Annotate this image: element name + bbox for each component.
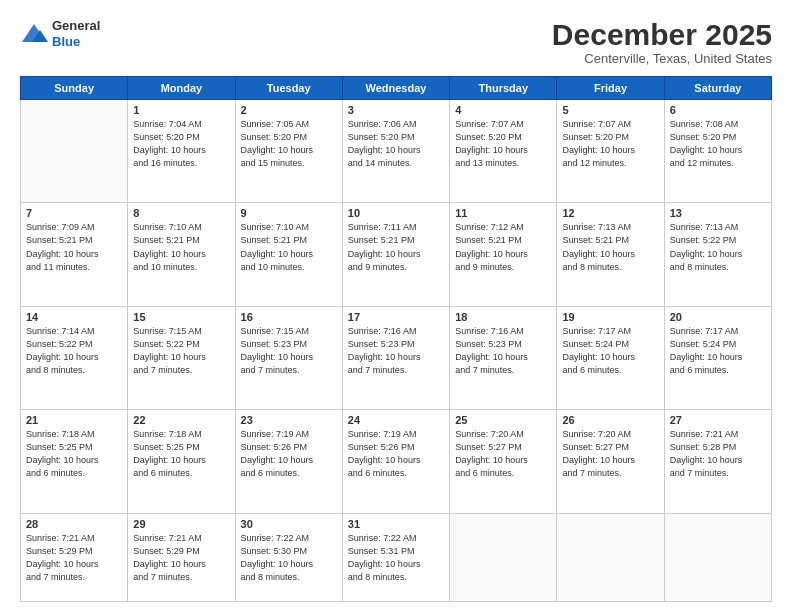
month-title: December 2025	[552, 18, 772, 51]
logo-general: General	[52, 18, 100, 34]
calendar-day-cell: 20Sunrise: 7:17 AM Sunset: 5:24 PM Dayli…	[664, 306, 771, 409]
calendar-day-cell: 16Sunrise: 7:15 AM Sunset: 5:23 PM Dayli…	[235, 306, 342, 409]
calendar-day-header: Thursday	[450, 77, 557, 100]
day-info: Sunrise: 7:21 AM Sunset: 5:29 PM Dayligh…	[133, 532, 229, 584]
day-info: Sunrise: 7:10 AM Sunset: 5:21 PM Dayligh…	[133, 221, 229, 273]
calendar-day-cell: 10Sunrise: 7:11 AM Sunset: 5:21 PM Dayli…	[342, 203, 449, 306]
calendar-day-cell: 27Sunrise: 7:21 AM Sunset: 5:28 PM Dayli…	[664, 410, 771, 513]
calendar-week-row: 21Sunrise: 7:18 AM Sunset: 5:25 PM Dayli…	[21, 410, 772, 513]
calendar-day-cell: 3Sunrise: 7:06 AM Sunset: 5:20 PM Daylig…	[342, 100, 449, 203]
calendar-day-cell	[21, 100, 128, 203]
day-info: Sunrise: 7:16 AM Sunset: 5:23 PM Dayligh…	[348, 325, 444, 377]
calendar-day-cell: 5Sunrise: 7:07 AM Sunset: 5:20 PM Daylig…	[557, 100, 664, 203]
calendar-day-cell: 6Sunrise: 7:08 AM Sunset: 5:20 PM Daylig…	[664, 100, 771, 203]
day-number: 6	[670, 104, 766, 116]
header: General Blue December 2025 Centerville, …	[20, 18, 772, 66]
calendar-day-header: Wednesday	[342, 77, 449, 100]
calendar-day-cell: 15Sunrise: 7:15 AM Sunset: 5:22 PM Dayli…	[128, 306, 235, 409]
day-info: Sunrise: 7:14 AM Sunset: 5:22 PM Dayligh…	[26, 325, 122, 377]
day-number: 16	[241, 311, 337, 323]
calendar-day-cell: 25Sunrise: 7:20 AM Sunset: 5:27 PM Dayli…	[450, 410, 557, 513]
day-info: Sunrise: 7:11 AM Sunset: 5:21 PM Dayligh…	[348, 221, 444, 273]
calendar-day-cell: 13Sunrise: 7:13 AM Sunset: 5:22 PM Dayli…	[664, 203, 771, 306]
day-info: Sunrise: 7:07 AM Sunset: 5:20 PM Dayligh…	[455, 118, 551, 170]
calendar-day-cell: 14Sunrise: 7:14 AM Sunset: 5:22 PM Dayli…	[21, 306, 128, 409]
day-number: 14	[26, 311, 122, 323]
day-number: 29	[133, 518, 229, 530]
day-number: 7	[26, 207, 122, 219]
day-number: 24	[348, 414, 444, 426]
logo: General Blue	[20, 18, 100, 49]
calendar-day-cell: 30Sunrise: 7:22 AM Sunset: 5:30 PM Dayli…	[235, 513, 342, 601]
day-number: 8	[133, 207, 229, 219]
day-info: Sunrise: 7:05 AM Sunset: 5:20 PM Dayligh…	[241, 118, 337, 170]
calendar-day-cell: 22Sunrise: 7:18 AM Sunset: 5:25 PM Dayli…	[128, 410, 235, 513]
calendar-day-header: Monday	[128, 77, 235, 100]
calendar-week-row: 1Sunrise: 7:04 AM Sunset: 5:20 PM Daylig…	[21, 100, 772, 203]
calendar-day-cell: 4Sunrise: 7:07 AM Sunset: 5:20 PM Daylig…	[450, 100, 557, 203]
calendar-day-cell: 26Sunrise: 7:20 AM Sunset: 5:27 PM Dayli…	[557, 410, 664, 513]
day-number: 22	[133, 414, 229, 426]
day-info: Sunrise: 7:22 AM Sunset: 5:30 PM Dayligh…	[241, 532, 337, 584]
day-number: 12	[562, 207, 658, 219]
calendar-day-cell: 1Sunrise: 7:04 AM Sunset: 5:20 PM Daylig…	[128, 100, 235, 203]
day-info: Sunrise: 7:07 AM Sunset: 5:20 PM Dayligh…	[562, 118, 658, 170]
day-number: 13	[670, 207, 766, 219]
logo-icon	[20, 22, 48, 46]
calendar-day-cell	[557, 513, 664, 601]
calendar-header-row: SundayMondayTuesdayWednesdayThursdayFrid…	[21, 77, 772, 100]
day-number: 17	[348, 311, 444, 323]
calendar-day-header: Saturday	[664, 77, 771, 100]
logo-blue: Blue	[52, 34, 100, 50]
logo-text: General Blue	[52, 18, 100, 49]
calendar-week-row: 7Sunrise: 7:09 AM Sunset: 5:21 PM Daylig…	[21, 203, 772, 306]
day-number: 10	[348, 207, 444, 219]
calendar-day-cell: 2Sunrise: 7:05 AM Sunset: 5:20 PM Daylig…	[235, 100, 342, 203]
day-info: Sunrise: 7:21 AM Sunset: 5:28 PM Dayligh…	[670, 428, 766, 480]
day-info: Sunrise: 7:17 AM Sunset: 5:24 PM Dayligh…	[670, 325, 766, 377]
day-info: Sunrise: 7:04 AM Sunset: 5:20 PM Dayligh…	[133, 118, 229, 170]
calendar-day-cell: 19Sunrise: 7:17 AM Sunset: 5:24 PM Dayli…	[557, 306, 664, 409]
calendar-week-row: 14Sunrise: 7:14 AM Sunset: 5:22 PM Dayli…	[21, 306, 772, 409]
day-number: 27	[670, 414, 766, 426]
day-number: 15	[133, 311, 229, 323]
calendar-day-cell: 17Sunrise: 7:16 AM Sunset: 5:23 PM Dayli…	[342, 306, 449, 409]
day-info: Sunrise: 7:10 AM Sunset: 5:21 PM Dayligh…	[241, 221, 337, 273]
day-info: Sunrise: 7:20 AM Sunset: 5:27 PM Dayligh…	[562, 428, 658, 480]
day-number: 9	[241, 207, 337, 219]
calendar-week-row: 28Sunrise: 7:21 AM Sunset: 5:29 PM Dayli…	[21, 513, 772, 601]
day-info: Sunrise: 7:18 AM Sunset: 5:25 PM Dayligh…	[133, 428, 229, 480]
day-number: 1	[133, 104, 229, 116]
day-info: Sunrise: 7:20 AM Sunset: 5:27 PM Dayligh…	[455, 428, 551, 480]
calendar-day-cell: 29Sunrise: 7:21 AM Sunset: 5:29 PM Dayli…	[128, 513, 235, 601]
day-info: Sunrise: 7:15 AM Sunset: 5:23 PM Dayligh…	[241, 325, 337, 377]
day-number: 28	[26, 518, 122, 530]
calendar-day-cell: 9Sunrise: 7:10 AM Sunset: 5:21 PM Daylig…	[235, 203, 342, 306]
calendar-day-header: Tuesday	[235, 77, 342, 100]
calendar-table: SundayMondayTuesdayWednesdayThursdayFrid…	[20, 76, 772, 602]
day-number: 4	[455, 104, 551, 116]
page: General Blue December 2025 Centerville, …	[0, 0, 792, 612]
calendar-day-cell: 21Sunrise: 7:18 AM Sunset: 5:25 PM Dayli…	[21, 410, 128, 513]
calendar-day-cell: 31Sunrise: 7:22 AM Sunset: 5:31 PM Dayli…	[342, 513, 449, 601]
day-number: 23	[241, 414, 337, 426]
day-number: 30	[241, 518, 337, 530]
day-info: Sunrise: 7:08 AM Sunset: 5:20 PM Dayligh…	[670, 118, 766, 170]
day-number: 19	[562, 311, 658, 323]
day-number: 21	[26, 414, 122, 426]
day-info: Sunrise: 7:17 AM Sunset: 5:24 PM Dayligh…	[562, 325, 658, 377]
day-number: 31	[348, 518, 444, 530]
day-info: Sunrise: 7:22 AM Sunset: 5:31 PM Dayligh…	[348, 532, 444, 584]
day-number: 20	[670, 311, 766, 323]
day-info: Sunrise: 7:19 AM Sunset: 5:26 PM Dayligh…	[348, 428, 444, 480]
calendar-day-cell: 24Sunrise: 7:19 AM Sunset: 5:26 PM Dayli…	[342, 410, 449, 513]
calendar-day-cell: 7Sunrise: 7:09 AM Sunset: 5:21 PM Daylig…	[21, 203, 128, 306]
location: Centerville, Texas, United States	[552, 51, 772, 66]
calendar-day-cell: 28Sunrise: 7:21 AM Sunset: 5:29 PM Dayli…	[21, 513, 128, 601]
day-info: Sunrise: 7:16 AM Sunset: 5:23 PM Dayligh…	[455, 325, 551, 377]
calendar-day-cell: 11Sunrise: 7:12 AM Sunset: 5:21 PM Dayli…	[450, 203, 557, 306]
day-info: Sunrise: 7:13 AM Sunset: 5:21 PM Dayligh…	[562, 221, 658, 273]
day-number: 11	[455, 207, 551, 219]
day-number: 2	[241, 104, 337, 116]
calendar-day-cell: 12Sunrise: 7:13 AM Sunset: 5:21 PM Dayli…	[557, 203, 664, 306]
